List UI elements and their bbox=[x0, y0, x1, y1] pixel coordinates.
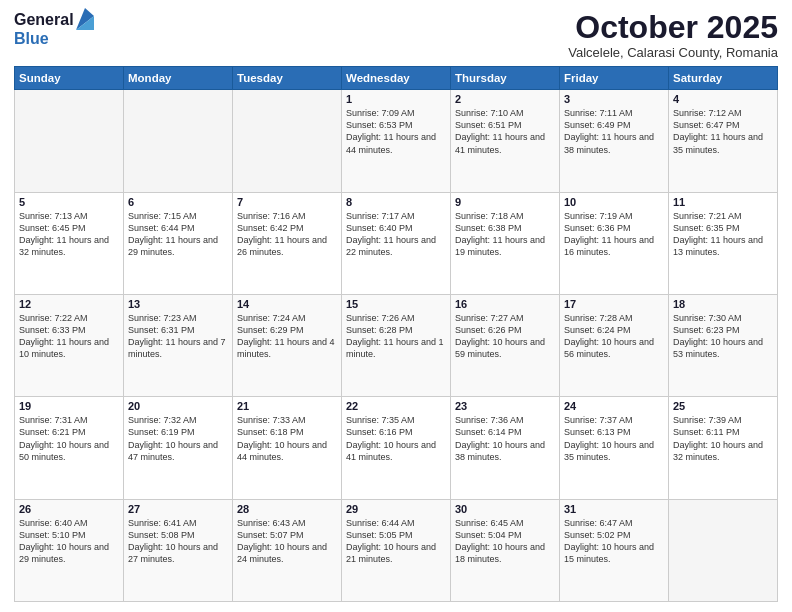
weekday-header-row: SundayMondayTuesdayWednesdayThursdayFrid… bbox=[15, 67, 778, 90]
day-number: 27 bbox=[128, 503, 228, 515]
calendar-cell: 16Sunrise: 7:27 AM Sunset: 6:26 PM Dayli… bbox=[451, 294, 560, 396]
calendar-cell: 6Sunrise: 7:15 AM Sunset: 6:44 PM Daylig… bbox=[124, 192, 233, 294]
day-info: Sunrise: 6:47 AM Sunset: 5:02 PM Dayligh… bbox=[564, 517, 664, 566]
day-number: 23 bbox=[455, 400, 555, 412]
month-title: October 2025 bbox=[568, 10, 778, 45]
calendar-cell: 3Sunrise: 7:11 AM Sunset: 6:49 PM Daylig… bbox=[560, 90, 669, 192]
calendar-cell: 10Sunrise: 7:19 AM Sunset: 6:36 PM Dayli… bbox=[560, 192, 669, 294]
calendar-cell: 30Sunrise: 6:45 AM Sunset: 5:04 PM Dayli… bbox=[451, 499, 560, 601]
day-number: 17 bbox=[564, 298, 664, 310]
day-number: 10 bbox=[564, 196, 664, 208]
calendar-cell: 19Sunrise: 7:31 AM Sunset: 6:21 PM Dayli… bbox=[15, 397, 124, 499]
day-info: Sunrise: 7:27 AM Sunset: 6:26 PM Dayligh… bbox=[455, 312, 555, 361]
calendar-cell: 5Sunrise: 7:13 AM Sunset: 6:45 PM Daylig… bbox=[15, 192, 124, 294]
week-row-0: 1Sunrise: 7:09 AM Sunset: 6:53 PM Daylig… bbox=[15, 90, 778, 192]
calendar-cell: 25Sunrise: 7:39 AM Sunset: 6:11 PM Dayli… bbox=[669, 397, 778, 499]
calendar-cell: 1Sunrise: 7:09 AM Sunset: 6:53 PM Daylig… bbox=[342, 90, 451, 192]
logo-blue: Blue bbox=[14, 30, 94, 48]
logo-text: General Blue bbox=[14, 10, 94, 48]
calendar-cell: 14Sunrise: 7:24 AM Sunset: 6:29 PM Dayli… bbox=[233, 294, 342, 396]
day-number: 5 bbox=[19, 196, 119, 208]
calendar-table: SundayMondayTuesdayWednesdayThursdayFrid… bbox=[14, 66, 778, 602]
day-info: Sunrise: 7:30 AM Sunset: 6:23 PM Dayligh… bbox=[673, 312, 773, 361]
calendar-cell: 15Sunrise: 7:26 AM Sunset: 6:28 PM Dayli… bbox=[342, 294, 451, 396]
calendar-cell bbox=[669, 499, 778, 601]
weekday-header-wednesday: Wednesday bbox=[342, 67, 451, 90]
day-number: 26 bbox=[19, 503, 119, 515]
day-info: Sunrise: 6:44 AM Sunset: 5:05 PM Dayligh… bbox=[346, 517, 446, 566]
week-row-3: 19Sunrise: 7:31 AM Sunset: 6:21 PM Dayli… bbox=[15, 397, 778, 499]
day-info: Sunrise: 7:11 AM Sunset: 6:49 PM Dayligh… bbox=[564, 107, 664, 156]
day-info: Sunrise: 7:22 AM Sunset: 6:33 PM Dayligh… bbox=[19, 312, 119, 361]
calendar-cell: 27Sunrise: 6:41 AM Sunset: 5:08 PM Dayli… bbox=[124, 499, 233, 601]
day-number: 6 bbox=[128, 196, 228, 208]
day-info: Sunrise: 7:16 AM Sunset: 6:42 PM Dayligh… bbox=[237, 210, 337, 259]
calendar-cell: 4Sunrise: 7:12 AM Sunset: 6:47 PM Daylig… bbox=[669, 90, 778, 192]
day-number: 28 bbox=[237, 503, 337, 515]
day-info: Sunrise: 7:17 AM Sunset: 6:40 PM Dayligh… bbox=[346, 210, 446, 259]
calendar-cell bbox=[124, 90, 233, 192]
logo-icon bbox=[76, 8, 94, 30]
week-row-2: 12Sunrise: 7:22 AM Sunset: 6:33 PM Dayli… bbox=[15, 294, 778, 396]
weekday-header-friday: Friday bbox=[560, 67, 669, 90]
day-number: 24 bbox=[564, 400, 664, 412]
day-info: Sunrise: 6:45 AM Sunset: 5:04 PM Dayligh… bbox=[455, 517, 555, 566]
day-number: 1 bbox=[346, 93, 446, 105]
day-info: Sunrise: 7:18 AM Sunset: 6:38 PM Dayligh… bbox=[455, 210, 555, 259]
calendar-cell: 13Sunrise: 7:23 AM Sunset: 6:31 PM Dayli… bbox=[124, 294, 233, 396]
calendar-cell: 9Sunrise: 7:18 AM Sunset: 6:38 PM Daylig… bbox=[451, 192, 560, 294]
day-number: 29 bbox=[346, 503, 446, 515]
day-info: Sunrise: 7:19 AM Sunset: 6:36 PM Dayligh… bbox=[564, 210, 664, 259]
day-number: 13 bbox=[128, 298, 228, 310]
day-number: 15 bbox=[346, 298, 446, 310]
day-info: Sunrise: 7:28 AM Sunset: 6:24 PM Dayligh… bbox=[564, 312, 664, 361]
day-info: Sunrise: 7:39 AM Sunset: 6:11 PM Dayligh… bbox=[673, 414, 773, 463]
day-info: Sunrise: 7:36 AM Sunset: 6:14 PM Dayligh… bbox=[455, 414, 555, 463]
day-number: 25 bbox=[673, 400, 773, 412]
day-number: 14 bbox=[237, 298, 337, 310]
calendar-cell bbox=[233, 90, 342, 192]
day-info: Sunrise: 6:43 AM Sunset: 5:07 PM Dayligh… bbox=[237, 517, 337, 566]
calendar-cell: 8Sunrise: 7:17 AM Sunset: 6:40 PM Daylig… bbox=[342, 192, 451, 294]
calendar-cell: 17Sunrise: 7:28 AM Sunset: 6:24 PM Dayli… bbox=[560, 294, 669, 396]
day-number: 7 bbox=[237, 196, 337, 208]
day-info: Sunrise: 7:13 AM Sunset: 6:45 PM Dayligh… bbox=[19, 210, 119, 259]
week-row-1: 5Sunrise: 7:13 AM Sunset: 6:45 PM Daylig… bbox=[15, 192, 778, 294]
day-info: Sunrise: 7:15 AM Sunset: 6:44 PM Dayligh… bbox=[128, 210, 228, 259]
day-number: 12 bbox=[19, 298, 119, 310]
day-info: Sunrise: 7:23 AM Sunset: 6:31 PM Dayligh… bbox=[128, 312, 228, 361]
day-info: Sunrise: 7:24 AM Sunset: 6:29 PM Dayligh… bbox=[237, 312, 337, 361]
day-info: Sunrise: 7:35 AM Sunset: 6:16 PM Dayligh… bbox=[346, 414, 446, 463]
calendar-cell: 18Sunrise: 7:30 AM Sunset: 6:23 PM Dayli… bbox=[669, 294, 778, 396]
week-row-4: 26Sunrise: 6:40 AM Sunset: 5:10 PM Dayli… bbox=[15, 499, 778, 601]
day-number: 22 bbox=[346, 400, 446, 412]
day-info: Sunrise: 6:40 AM Sunset: 5:10 PM Dayligh… bbox=[19, 517, 119, 566]
weekday-header-tuesday: Tuesday bbox=[233, 67, 342, 90]
title-area: October 2025 Valcelele, Calarasi County,… bbox=[568, 10, 778, 60]
day-number: 31 bbox=[564, 503, 664, 515]
header: General Blue October 2025 Valcelele, Cal… bbox=[14, 10, 778, 60]
calendar-cell: 29Sunrise: 6:44 AM Sunset: 5:05 PM Dayli… bbox=[342, 499, 451, 601]
day-number: 8 bbox=[346, 196, 446, 208]
calendar-cell bbox=[15, 90, 124, 192]
calendar-cell: 12Sunrise: 7:22 AM Sunset: 6:33 PM Dayli… bbox=[15, 294, 124, 396]
calendar-cell: 23Sunrise: 7:36 AM Sunset: 6:14 PM Dayli… bbox=[451, 397, 560, 499]
calendar-cell: 20Sunrise: 7:32 AM Sunset: 6:19 PM Dayli… bbox=[124, 397, 233, 499]
calendar-cell: 22Sunrise: 7:35 AM Sunset: 6:16 PM Dayli… bbox=[342, 397, 451, 499]
calendar-cell: 24Sunrise: 7:37 AM Sunset: 6:13 PM Dayli… bbox=[560, 397, 669, 499]
calendar-cell: 28Sunrise: 6:43 AM Sunset: 5:07 PM Dayli… bbox=[233, 499, 342, 601]
day-number: 9 bbox=[455, 196, 555, 208]
day-number: 2 bbox=[455, 93, 555, 105]
day-number: 3 bbox=[564, 93, 664, 105]
weekday-header-saturday: Saturday bbox=[669, 67, 778, 90]
weekday-header-thursday: Thursday bbox=[451, 67, 560, 90]
day-number: 4 bbox=[673, 93, 773, 105]
day-number: 21 bbox=[237, 400, 337, 412]
day-number: 18 bbox=[673, 298, 773, 310]
page: General Blue October 2025 Valcelele, Cal… bbox=[0, 0, 792, 612]
day-number: 16 bbox=[455, 298, 555, 310]
day-info: Sunrise: 7:21 AM Sunset: 6:35 PM Dayligh… bbox=[673, 210, 773, 259]
calendar-cell: 26Sunrise: 6:40 AM Sunset: 5:10 PM Dayli… bbox=[15, 499, 124, 601]
day-number: 19 bbox=[19, 400, 119, 412]
day-number: 11 bbox=[673, 196, 773, 208]
